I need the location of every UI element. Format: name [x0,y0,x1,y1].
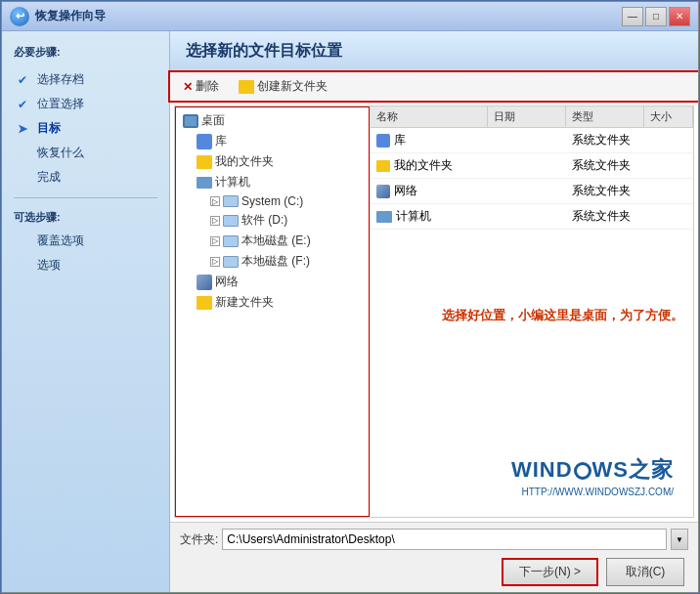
sidebar-divider [14,197,157,198]
new-folder-icon [239,80,254,94]
close-button[interactable]: ✕ [669,7,690,26]
file-list-row[interactable]: 网络 系统文件夹 [371,179,693,204]
main-header-title: 选择新的文件目标位置 [186,41,682,62]
file-browser: 桌面 库 我的文件夹 计算机 [174,106,694,518]
window-icon: ↩ [10,7,29,26]
check-icon: ✔ [18,98,31,111]
sidebar-item-target[interactable]: ➤ 目标 [2,116,169,141]
file-name: 计算机 [371,206,488,227]
sidebar-item-location[interactable]: ✔ 位置选择 [2,92,169,116]
file-date [488,164,566,168]
minimize-button[interactable]: — [622,7,643,26]
sidebar-optional-title: 可选步骤: [2,206,169,229]
sidebar-item-options[interactable]: ✔ 选项 [2,253,169,277]
tree-item-my-folder[interactable]: 我的文件夹 [175,151,370,172]
expand-icon[interactable]: ▷ [210,216,220,226]
window-title: 恢复操作向导 [35,8,622,24]
sidebar-item-label: 选项 [37,257,61,274]
arrow-icon: ➤ [18,122,31,136]
folder-tree: 桌面 库 我的文件夹 计算机 [175,106,371,517]
file-type: 系统文件夹 [566,130,644,150]
sidebar-item-complete[interactable]: ✔ 完成 [2,165,169,190]
file-list-row[interactable]: 我的文件夹 系统文件夹 [371,153,693,179]
network-icon [376,185,390,198]
file-name: 网络 [371,181,488,201]
sidebar-item-label: 完成 [37,169,61,186]
annotation-text: 选择好位置，小编这里是桌面，为了方便。 [442,306,683,325]
library-icon [197,134,212,149]
new-folder-button[interactable]: 创建新文件夹 [230,74,336,99]
main-header: 选择新的文件目标位置 [170,31,698,72]
sidebar-item-label: 目标 [37,120,61,137]
library-icon [376,134,390,148]
main-panel: 选择新的文件目标位置 ✕ 删除 创建新文件夹 [170,31,698,592]
tree-item-lib[interactable]: 库 [175,131,370,151]
watermark-url: HTTP://WWW.WINDOWSZJ.COM/ [511,487,674,497]
tree-item-drive-f[interactable]: ▷ 本地磁盘 (F:) [175,251,370,272]
check-icon: ✔ [18,171,31,185]
drive-icon [223,195,239,207]
file-size [644,215,693,219]
tree-item-drive-c[interactable]: ▷ System (C:) [175,192,370,210]
folder-path-dropdown[interactable]: ▼ [671,529,688,550]
desktop-icon [183,114,198,128]
folder-path-row: 文件夹: ▼ [180,529,688,550]
next-button[interactable]: 下一步(N) > [502,558,598,586]
file-list-row[interactable]: 计算机 系统文件夹 [371,204,693,230]
tree-item-new-folder[interactable]: 新建文件夹 [175,292,370,313]
file-list: 名称 日期 类型 大小 库 系统文件夹 [371,106,693,517]
folder-label: 文件夹: [180,531,218,548]
col-header-name: 名称 [371,106,488,127]
content-area: 必要步骤: ✔ 选择存档 ✔ 位置选择 ➤ 目标 ✔ 恢复什么 ✔ 完成 [2,31,698,592]
file-name: 库 [371,130,488,150]
check-icon: ✔ [18,259,31,273]
folder-path-input[interactable] [222,529,667,550]
tree-item-computer[interactable]: 计算机 [175,172,370,192]
sidebar-item-label: 恢复什么 [37,145,84,161]
file-date [488,215,566,219]
file-name: 我的文件夹 [371,155,488,176]
file-size [644,164,693,168]
file-type: 系统文件夹 [566,181,644,201]
tree-item-desktop[interactable]: 桌面 [175,110,370,131]
toolbar: ✕ 删除 创建新文件夹 [170,72,698,102]
folder-icon [376,160,390,172]
watermark-o [574,462,591,480]
file-list-row[interactable]: 库 系统文件夹 [371,128,693,153]
tree-item-drive-e[interactable]: ▷ 本地磁盘 (E:) [175,231,370,251]
expand-icon[interactable]: ▷ [210,196,220,206]
watermark-title: WINDWS之家 [511,455,674,485]
sidebar-item-label: 覆盖选项 [37,233,84,249]
sidebar-item-overwrite[interactable]: ✔ 覆盖选项 [2,229,169,253]
bottom-bar: 文件夹: ▼ 下一步(N) > 取消(C) [170,522,698,592]
drive-icon [223,215,239,227]
delete-button[interactable]: ✕ 删除 [174,74,228,99]
file-size [644,190,693,193]
computer-icon [376,211,392,223]
maximize-button[interactable]: □ [645,7,667,26]
check-icon: ✔ [18,73,31,87]
col-header-type: 类型 [566,106,644,127]
tree-item-drive-d[interactable]: ▷ 软件 (D:) [175,210,370,231]
network-icon [197,275,212,290]
computer-icon [197,177,212,189]
sidebar-item-restore-what[interactable]: ✔ 恢复什么 [2,141,169,165]
col-header-size: 大小 [644,106,693,127]
sidebar-item-label: 选择存档 [37,71,84,88]
sidebar-required-title: 必要步骤: [2,41,169,64]
cancel-button[interactable]: 取消(C) [606,558,684,586]
expand-icon[interactable]: ▷ [210,236,220,246]
sidebar: 必要步骤: ✔ 选择存档 ✔ 位置选择 ➤ 目标 ✔ 恢复什么 ✔ 完成 [2,31,170,592]
file-date [488,190,566,193]
drive-icon [223,235,239,247]
sidebar-item-select-archive[interactable]: ✔ 选择存档 [2,67,169,92]
folder-icon [197,155,212,169]
file-size [644,139,693,143]
new-folder-icon [197,296,212,310]
watermark: WINDWS之家 HTTP://WWW.WINDOWSZJ.COM/ [511,455,674,497]
sidebar-item-label: 位置选择 [37,96,84,112]
tree-item-network[interactable]: 网络 [175,272,370,292]
check-icon: ✔ [18,147,31,160]
expand-icon[interactable]: ▷ [210,257,220,267]
file-type: 系统文件夹 [566,155,644,176]
